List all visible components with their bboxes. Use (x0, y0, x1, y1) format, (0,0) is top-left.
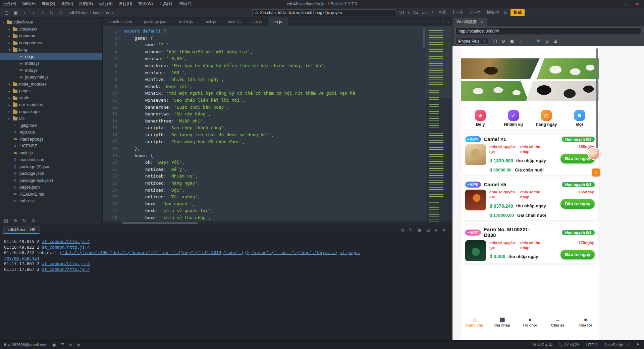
uniapp-icon[interactable]: U (56, 8, 65, 17)
collapse-panel-icon[interactable]: ∧ (435, 228, 438, 233)
forward-icon[interactable]: › (29, 8, 38, 17)
nav-Trang chủ[interactable]: ⌂Trang chủ (461, 317, 488, 327)
quick-action-hàng ngày[interactable]: ◷hàng ngày (530, 110, 563, 127)
menubar-item[interactable]: 选择(S) (39, 0, 58, 8)
new-file-icon[interactable]: ▢ (2, 8, 11, 17)
tree-item-unpackage[interactable]: ▸unpackage (0, 108, 102, 115)
editor-tab-task.js[interactable]: task.js (199, 17, 222, 26)
filter-icon[interactable]: ⊘ (32, 218, 35, 223)
account-status[interactable]: thxp363688@gmail.com (4, 343, 48, 347)
tree-item-jquery.min.js[interactable]: jquery.min.js (0, 74, 102, 81)
nav-Chia sẻ[interactable]: →Chia sẻ (544, 317, 572, 327)
menubar-item[interactable]: 发行(U) (116, 0, 136, 8)
editor-tab-package.json[interactable]: package.json (138, 17, 174, 26)
find-replace-button[interactable]: 替换<< (485, 9, 500, 16)
menubar-item[interactable]: 文件(F) (0, 0, 19, 8)
tree-item-node_modules[interactable]: ▸node_modules (0, 81, 102, 88)
add-icon[interactable]: ⊕ (13, 218, 17, 223)
menubar-item[interactable]: 帮助(Y) (175, 0, 195, 8)
close-icon[interactable]: ✕ (633, 2, 642, 6)
status-item[interactable]: 行:47 列:23 (559, 342, 580, 348)
rerun-icon[interactable]: ↻ (409, 228, 413, 233)
menubar-item[interactable]: 工具(T) (156, 0, 175, 8)
status-item[interactable]: 语法提示库 (532, 342, 552, 348)
disable-cache-icon[interactable]: ⊘ (501, 39, 505, 44)
close-console-icon[interactable]: ✕ (442, 228, 446, 233)
editor-horizontal-scrollbar[interactable] (103, 221, 452, 225)
editor-tab-manifest.json[interactable]: manifest.json (103, 17, 138, 26)
tree-item-package.json[interactable]: package.json (0, 170, 102, 177)
page-scrollbar[interactable] (596, 48, 598, 149)
tree-item-pages.json[interactable]: pages.json (0, 184, 102, 191)
nav-thu nhập[interactable]: ▦thu nhập (488, 317, 516, 327)
tree-item-pages[interactable]: ▸pages (0, 88, 102, 95)
new-window-icon[interactable]: ◫ (493, 39, 497, 44)
invest-button[interactable]: Đầu tư ngay (560, 199, 595, 209)
editor-vertical-scrollbar[interactable] (423, 28, 425, 48)
back-icon[interactable]: ‹ (20, 8, 29, 17)
secure-icon[interactable]: ⊙ (545, 39, 549, 44)
replace-with-chip[interactable]: 换成 (511, 9, 525, 16)
tree-item-LICENSE[interactable]: LICENSE (0, 143, 102, 150)
tree-item-cdb46-vue[interactable]: ▾cdb46-vue (0, 19, 102, 26)
tree-item-uni.scss[interactable]: uni.scss (0, 198, 102, 205)
find-input-box[interactable] (252, 9, 396, 16)
horizontal-scrollbar-thumb[interactable] (122, 222, 198, 224)
console-link[interactable]: /my/my.vue:424 (4, 256, 39, 261)
breadcrumb-item[interactable]: lang (93, 10, 101, 15)
find-next-button[interactable]: 下一个 (468, 9, 482, 16)
page-refresh-icon[interactable]: ↻ (537, 39, 541, 44)
find-previous-button[interactable]: 上一个 (450, 9, 465, 16)
quick-action-Nhiệm vụ[interactable]: ✓Nhiệm vụ (497, 110, 530, 127)
editor-tab-en.js[interactable]: en.js (268, 17, 288, 26)
chevron-down-icon[interactable]: ▼ (407, 11, 410, 14)
console-link[interactable]: at_common/http.js:4 (42, 267, 90, 272)
tree-item-main.js[interactable]: main.js (0, 150, 102, 157)
tree-item-components[interactable]: ▸components (0, 40, 102, 47)
timer-icon[interactable]: ◷ (400, 228, 404, 233)
tree-item-package (2).json[interactable]: package (2).json (0, 163, 102, 170)
editor-tab-main.js[interactable]: main.js (222, 17, 247, 26)
tree-item-interceptor.js[interactable]: interceptor.js (0, 136, 102, 143)
open-in-window-icon[interactable]: ⊞ (426, 228, 430, 233)
tree-item-index.js[interactable]: index.js (0, 60, 102, 67)
invest-button[interactable]: Đầu tư ngay (560, 250, 595, 259)
account-email[interactable]: thxp363688@gmail.com (4, 343, 48, 347)
outline-icon[interactable]: ☰ (60, 342, 64, 347)
console-tab[interactable]: cdb46-vue - H5 (3, 226, 40, 234)
status-item[interactable]: JavaScript (604, 343, 623, 347)
message-icon[interactable]: ✉ (69, 342, 72, 347)
tree-item-lang[interactable]: ▾lang (0, 46, 102, 53)
tree-item-.gitignore[interactable]: .gitignore (0, 122, 102, 129)
find-toggle-regex[interactable]: .* (430, 10, 434, 15)
tree-item-manifest.json[interactable]: manifest.json (0, 156, 102, 163)
menubar-item[interactable]: 运行(R) (96, 0, 116, 8)
tree-item-static[interactable]: ▸static (0, 95, 102, 102)
chat-bubble-icon[interactable]: ☺ (592, 168, 600, 177)
customer-service-avatar[interactable] (587, 147, 600, 160)
refresh-tree-icon[interactable]: ↻ (22, 218, 26, 223)
fold-icon[interactable]: ⊟ (118, 152, 121, 159)
find-close-icon[interactable]: ✕ (503, 10, 508, 15)
menubar-item[interactable]: 查找(I) (58, 0, 76, 8)
find-input[interactable] (260, 10, 394, 15)
code-editor[interactable]: 1⊟export default {2⊟ game: {3 num: '2 ',… (103, 26, 452, 221)
save-icon[interactable]: ▣ (11, 8, 20, 17)
menubar-item[interactable]: 视图(W) (135, 0, 156, 8)
code-area[interactable]: 1⊟export default {2⊟ game: {3 num: '2 ',… (103, 26, 426, 221)
tab-scroll-left-icon[interactable]: ‹ (441, 19, 445, 24)
tree-item-util[interactable]: ▸util (0, 115, 102, 122)
qrcode-icon[interactable]: ⊞ (553, 39, 557, 44)
page-back-icon[interactable]: ← (519, 39, 523, 44)
browser-tab[interactable]: Web浏览器 ✕ (452, 17, 487, 26)
tree-item-.hbuilderx[interactable]: ▸.hbuilderx (0, 26, 102, 33)
status-item[interactable]: UTF-8 (586, 343, 598, 347)
tree-item-package-lock.json[interactable]: package-lock.json (0, 177, 102, 184)
file-tree[interactable]: ▾cdb46-vue▸.hbuilderx▸common▸components▾… (0, 17, 102, 216)
nav-Của tôi[interactable]: ●Của tôi (572, 317, 599, 327)
device-selector[interactable]: iPhone Plus ▼ (455, 38, 488, 45)
console-link[interactable]: at_common/http.js:4 (42, 261, 90, 266)
console-link[interactable]: at_pages (340, 250, 360, 255)
nav-Trò chơi[interactable]: ●Trò chơi (516, 317, 544, 327)
tree-item-en.js[interactable]: en.js (0, 53, 102, 60)
